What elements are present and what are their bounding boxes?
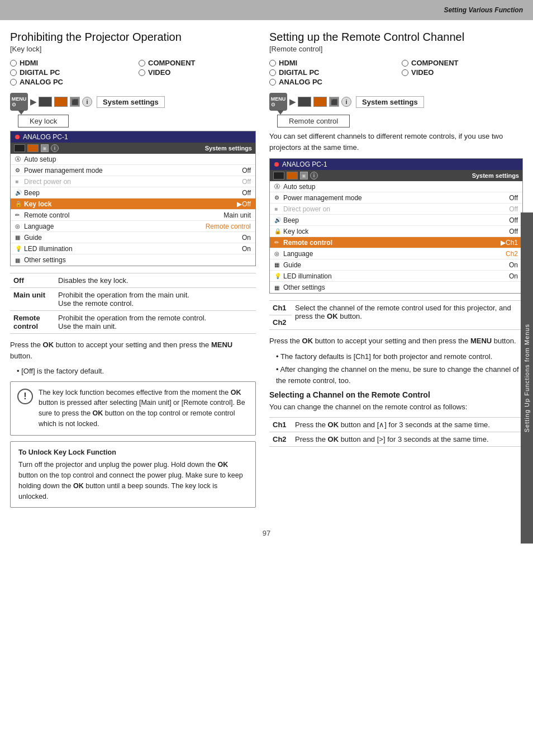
osd-icon-led-l: 💡 bbox=[15, 245, 24, 252]
osd-val-direct-r: Off bbox=[509, 205, 518, 213]
osd-val-guide-r: On bbox=[509, 261, 518, 269]
main-content: Prohibiting the Projector Operation [Key… bbox=[0, 20, 533, 523]
radio-hdmi-right bbox=[269, 60, 276, 67]
menu-icon-left: MENU⊙ bbox=[10, 93, 28, 111]
unlock-title: To Unlock Key Lock Function bbox=[18, 447, 248, 458]
osd-icon-remote-l: ✏ bbox=[15, 212, 24, 218]
osd-icon-autosetup-r: Ⓐ bbox=[274, 183, 283, 191]
osd-row-autosetup-l: Ⓐ Auto setup bbox=[11, 154, 255, 165]
rtab3: ⬛ bbox=[329, 97, 339, 107]
right-section-subtitle: [Remote control] bbox=[269, 45, 523, 53]
left-section-title: Prohibiting the Projector Operation bbox=[10, 30, 256, 44]
left-column: Prohibiting the Projector Operation [Key… bbox=[10, 30, 256, 513]
input-dpc-left: DIGITAL PC bbox=[10, 68, 127, 77]
osd-val-beep-r: Off bbox=[509, 216, 518, 224]
tab3-left: ⬛ bbox=[70, 97, 80, 107]
osd-row-direct-l: ■ Direct power on Off bbox=[11, 176, 255, 187]
radio-dpc-left bbox=[10, 69, 17, 76]
right-toolbar-left: ▣ i bbox=[273, 172, 318, 179]
notice-text: The key lock function becomes effective … bbox=[39, 388, 249, 429]
left-input-list: HDMI COMPONENT DIGITAL PC VIDEO ANALOG P… bbox=[10, 59, 256, 86]
right-body-intro: You can set different channels to differ… bbox=[269, 131, 523, 153]
radio-video-right bbox=[402, 69, 408, 76]
right-menu-nav: MENU⊙ ▶ ⬛ i System settings bbox=[269, 93, 424, 111]
radio-video-left bbox=[139, 69, 145, 76]
header-title: Setting Various Function bbox=[444, 6, 523, 14]
osd-icon-pwr-r: ⚙ bbox=[274, 195, 283, 201]
left-desc-table: Off Disables the key lock. Main unit Pro… bbox=[10, 273, 256, 334]
unlock-text: Turn off the projector and unplug the po… bbox=[18, 460, 248, 502]
osd-icon-other-l: ▦ bbox=[15, 257, 24, 263]
input-hdmi-right: HDMI bbox=[269, 59, 391, 67]
input-apc-left: ANALOG PC bbox=[10, 78, 127, 86]
osd-icon-keylock-r: 🔒 bbox=[274, 228, 283, 234]
radio-dpc-right bbox=[269, 69, 276, 76]
osd-val-remote-l: Main unit bbox=[223, 211, 251, 219]
osd-icon-pwr-l: ⚙ bbox=[15, 167, 24, 173]
ch-key-ch2: Ch2 bbox=[269, 315, 292, 330]
osd-icon-guide-r: ▦ bbox=[274, 262, 283, 268]
radio-apc-left bbox=[10, 79, 17, 86]
osd-label-pwr-r: Power management mode bbox=[283, 194, 509, 202]
rinfo-icon: i bbox=[341, 97, 351, 107]
left-osd-header: ANALOG PC-1 bbox=[11, 131, 255, 143]
left-osd-header-title: ANALOG PC-1 bbox=[23, 133, 68, 141]
osd-label-lang-r: Language bbox=[283, 250, 506, 258]
info-icon-left: i bbox=[82, 97, 92, 107]
osd-row-autosetup-r: Ⓐ Auto setup bbox=[270, 181, 522, 192]
osd-row-remote-l: ✏ Remote control Main unit bbox=[11, 210, 255, 221]
otab3: ▣ bbox=[41, 144, 49, 152]
signal-dot-left bbox=[15, 135, 20, 139]
right-osd-toolbar: ▣ i System settings bbox=[270, 170, 522, 181]
osd-label-remote-r: Remote control bbox=[283, 239, 501, 247]
osd-row-other-l: ▦ Other settings bbox=[11, 254, 255, 266]
osd-row-lang-r: ◎ Language Ch2 bbox=[270, 248, 522, 259]
desc-key-main: Main unit bbox=[10, 288, 55, 311]
osd-row-keylock-r: 🔒 Key lock Off bbox=[270, 226, 522, 237]
notice-icon: ! bbox=[17, 389, 33, 404]
input-video-right-label: VIDEO bbox=[411, 68, 434, 77]
radio-component-left bbox=[139, 60, 145, 67]
osd-val-pwr-l: Off bbox=[242, 167, 251, 174]
osd-icon-lang-l: ◎ bbox=[15, 223, 24, 229]
osd-row-guide-r: ▦ Guide On bbox=[270, 259, 522, 271]
ch-row-ch1: Ch1 Select the channel of the remote con… bbox=[269, 301, 523, 315]
signal-dot-right bbox=[274, 162, 279, 167]
input-component-left: COMPONENT bbox=[139, 59, 256, 67]
osd-icon-remote-r: ✏ bbox=[274, 239, 283, 245]
ch-select-val-ch2: Press the OK button and [>] for 3 second… bbox=[292, 432, 523, 446]
otab1 bbox=[14, 144, 25, 152]
osd-row-direct-r: ■ Direct power on Off bbox=[270, 204, 522, 215]
left-menu-label: System settings bbox=[97, 96, 165, 108]
otab2 bbox=[27, 144, 39, 152]
radio-component-right bbox=[402, 60, 408, 67]
osd-val-pwr-r: Off bbox=[509, 194, 518, 202]
rtab2 bbox=[313, 97, 327, 107]
page-number: 97 bbox=[0, 529, 533, 537]
desc-val-off: Disables the key lock. bbox=[55, 273, 256, 288]
osd-val-lang-r: Ch2 bbox=[506, 250, 518, 258]
osd-label-led-r: LED illumination bbox=[283, 272, 509, 280]
osd-val-led-r: On bbox=[509, 272, 518, 280]
ch-select-row-ch1: Ch1 Press the OK button and [∧] for 3 se… bbox=[269, 417, 523, 432]
osd-label-autosetup-l: Auto setup bbox=[24, 155, 251, 163]
tab2-left bbox=[54, 97, 68, 107]
ch-select-key-ch2: Ch2 bbox=[269, 432, 292, 446]
menu-icon-right: MENU⊙ bbox=[269, 93, 287, 111]
input-dpc-left-label: DIGITAL PC bbox=[20, 68, 60, 77]
osd-label-pwr-l: Power management mode bbox=[24, 167, 242, 174]
osd-label-other-l: Other settings bbox=[24, 256, 251, 264]
input-video-left: VIDEO bbox=[139, 68, 256, 77]
osd-row-other-r: ▦ Other settings bbox=[270, 282, 522, 293]
left-body1: Press the OK button to accept your setti… bbox=[10, 339, 256, 361]
osd-label-led-l: LED illumination bbox=[24, 245, 242, 253]
osd-val-beep-l: Off bbox=[242, 189, 251, 197]
otab-info: i bbox=[51, 144, 59, 152]
osd-row-keylock-l: 🔒 Key lock ▶Off bbox=[11, 199, 255, 210]
right-osd-header: ANALOG PC-1 bbox=[270, 159, 522, 170]
desc-row-off: Off Disables the key lock. bbox=[10, 273, 256, 288]
ch-val-ch1: Select the channel of the remote control… bbox=[292, 301, 523, 330]
rotab-info: i bbox=[310, 172, 318, 179]
osd-val-keylock-r: Off bbox=[509, 228, 518, 235]
osd-row-lang-l: ◎ Language Remote control bbox=[11, 221, 255, 232]
